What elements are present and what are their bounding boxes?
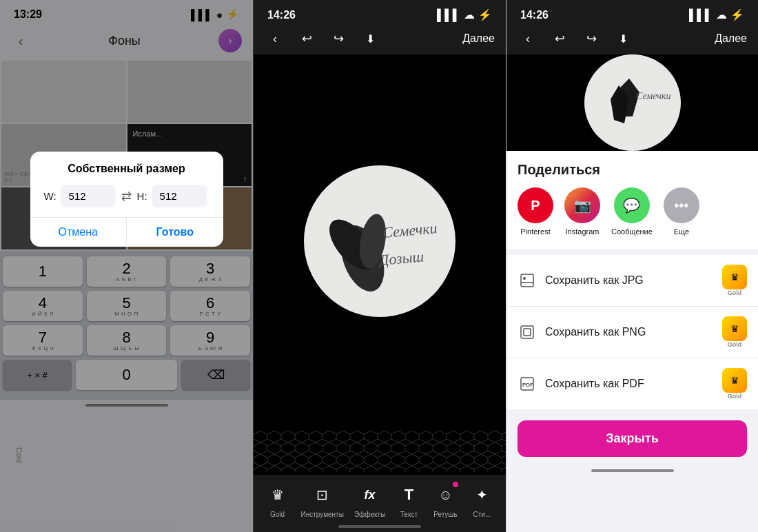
- modal-overlay: Собственный размер W: ⇄ H: Отмена Готово: [0, 0, 253, 532]
- text-icon-bg: T: [396, 482, 422, 508]
- toolbar-icons-row: ♛ Gold ⊡ Инструменты fx Эффекты T: [254, 482, 506, 518]
- save-jpg-label: Сохранить как JPG: [545, 274, 714, 287]
- status-bar-3: 14:26 ▌▌▌ ☁ ⚡: [506, 0, 758, 24]
- crown-pdf: ♛: [722, 368, 747, 393]
- nav-bar-2: ‹ ↩ ↪ ⬇ Далее: [254, 24, 506, 54]
- share-instagram[interactable]: 📷 Instagram: [564, 187, 600, 236]
- toolbar-tools[interactable]: ⊡ Инструменты: [301, 482, 344, 518]
- modal-title: Собственный размер: [44, 163, 209, 175]
- crown-icon: ♛: [272, 487, 284, 503]
- svg-text:Дозыш: Дозыш: [377, 247, 424, 269]
- share-pinterest[interactable]: P Pinterest: [518, 187, 553, 236]
- stickers-label: Сти...: [473, 511, 491, 518]
- pdf-icon: PDF: [518, 374, 537, 393]
- text-icon: T: [404, 486, 413, 504]
- editor-toolbar: ♛ Gold ⊡ Инструменты fx Эффекты T: [254, 475, 506, 521]
- share-more[interactable]: ••• Еще: [664, 187, 699, 236]
- gold-label: Gold: [270, 511, 285, 518]
- more-icon: •••: [664, 187, 699, 223]
- status-bar-2: 14:26 ▌▌▌ ☁ ⚡: [254, 0, 506, 24]
- modal-inputs: W: ⇄ H:: [44, 185, 209, 207]
- status-time-3: 14:26: [520, 9, 549, 21]
- hex-pattern-area: [254, 427, 506, 475]
- undo-button-3[interactable]: ↩: [549, 28, 570, 49]
- tools-label: Инструменты: [301, 511, 344, 518]
- toolbar-text[interactable]: T Текст: [396, 482, 422, 518]
- nav-bar-3: ‹ ↩ ↪ ⬇ Далее: [506, 24, 758, 54]
- cancel-button[interactable]: Отмена: [30, 218, 127, 247]
- status-icons-3: ▌▌▌ ☁ ⚡: [689, 8, 744, 21]
- next-button-3[interactable]: Далее: [715, 32, 747, 45]
- battery-icon-3: ⚡: [730, 8, 744, 21]
- download-button-2[interactable]: ⬇: [360, 28, 380, 49]
- home-indicator-2: [338, 525, 421, 528]
- text-label: Текст: [400, 511, 418, 518]
- retouch-icon: ☺: [438, 487, 452, 503]
- png-icon: [518, 323, 537, 342]
- download-button-3[interactable]: ⬇: [613, 28, 633, 49]
- stickers-icon-bg: ✦: [469, 482, 495, 508]
- retouch-icon-bg: ☺: [432, 482, 458, 508]
- share-title: Поделиться: [518, 162, 747, 178]
- crop-icon: ⊡: [316, 487, 328, 503]
- messages-icon: 💬: [614, 187, 650, 223]
- height-input-group: H:: [137, 185, 207, 207]
- swap-icon[interactable]: ⇄: [121, 189, 132, 204]
- svg-text:PDF: PDF: [522, 382, 533, 388]
- next-button-2[interactable]: Далее: [462, 32, 495, 45]
- redo-button-3[interactable]: ↪: [581, 28, 602, 49]
- save-png-row[interactable]: Сохранить как PNG ♛ Gold: [506, 307, 758, 358]
- svg-rect-6: [254, 431, 506, 472]
- toolbar-gold[interactable]: ♛ Gold: [265, 482, 291, 518]
- close-button[interactable]: Закрыть: [518, 420, 747, 457]
- wifi-icon-3: ☁: [716, 8, 727, 21]
- instagram-label: Instagram: [566, 227, 600, 236]
- toolbar-effects[interactable]: fx Эффекты: [354, 482, 385, 518]
- messages-label: Сообщение: [611, 227, 653, 236]
- back-button-2[interactable]: ‹: [265, 28, 285, 49]
- toolbar-retouch[interactable]: ☺ Ретушь: [432, 482, 458, 518]
- jpg-icon: [518, 271, 537, 290]
- crown-png: ♛: [722, 316, 747, 341]
- done-button[interactable]: Готово: [127, 218, 223, 247]
- logo-preview-large: Семечки Дозыш: [304, 165, 455, 317]
- width-input[interactable]: [61, 185, 116, 207]
- redo-button-2[interactable]: ↪: [328, 28, 349, 49]
- effects-label: Эффекты: [354, 511, 385, 518]
- svg-rect-14: [524, 329, 531, 336]
- save-png-label: Сохранить как PNG: [545, 326, 714, 338]
- retouch-badge: [453, 482, 458, 487]
- toolbar-stickers[interactable]: ✦ Сти...: [469, 482, 495, 518]
- svg-point-12: [523, 277, 526, 280]
- gold-label-pdf: Gold: [728, 393, 742, 400]
- panel-editor: 14:26 ▌▌▌ ☁ ⚡ ‹ ↩ ↪ ⬇ Далее Семечки: [253, 0, 506, 532]
- effects-icon-bg: fx: [357, 482, 383, 508]
- save-pdf-row[interactable]: PDF Сохранить как PDF ♛ Gold: [506, 358, 758, 409]
- retouch-label: Ретушь: [433, 511, 457, 518]
- svg-rect-10: [521, 274, 533, 287]
- share-messages[interactable]: 💬 Сообщение: [611, 187, 653, 236]
- stickers-icon: ✦: [476, 487, 488, 503]
- editor-canvas: Семечки Дозыш: [254, 54, 506, 427]
- signal-icon-2: ▌▌▌: [437, 9, 460, 21]
- undo-button-2[interactable]: ↩: [296, 28, 317, 49]
- panel-share: 14:26 ▌▌▌ ☁ ⚡ ‹ ↩ ↪ ⬇ Далее Семечки Поде…: [506, 0, 758, 532]
- nav-left-2: ‹ ↩ ↪ ⬇: [265, 28, 380, 49]
- gold-label-png: Gold: [728, 341, 742, 348]
- home-indicator-3: [591, 469, 674, 472]
- status-icons-2: ▌▌▌ ☁ ⚡: [437, 8, 492, 21]
- pinterest-icon: P: [518, 187, 553, 223]
- back-button-3[interactable]: ‹: [518, 28, 538, 49]
- instagram-icon: 📷: [564, 187, 600, 223]
- size-modal: Собственный размер W: ⇄ H: Отмена Готово: [30, 152, 223, 247]
- share-section: Поделиться P Pinterest 📷 Instagram 💬 Соо…: [506, 151, 758, 249]
- signal-icon-3: ▌▌▌: [689, 9, 713, 21]
- height-input[interactable]: [152, 185, 207, 207]
- jpg-gold-badge: ♛ Gold: [722, 265, 747, 296]
- save-options-list: Сохранить как JPG ♛ Gold Сохранить как P…: [506, 255, 758, 409]
- save-jpg-row[interactable]: Сохранить как JPG ♛ Gold: [506, 255, 758, 307]
- gold-icon-bg: ♛: [265, 482, 291, 508]
- share-apps-row: P Pinterest 📷 Instagram 💬 Сообщение •••: [518, 187, 747, 236]
- wifi-icon-2: ☁: [464, 8, 475, 21]
- logo-preview-small: Семечки: [584, 54, 681, 151]
